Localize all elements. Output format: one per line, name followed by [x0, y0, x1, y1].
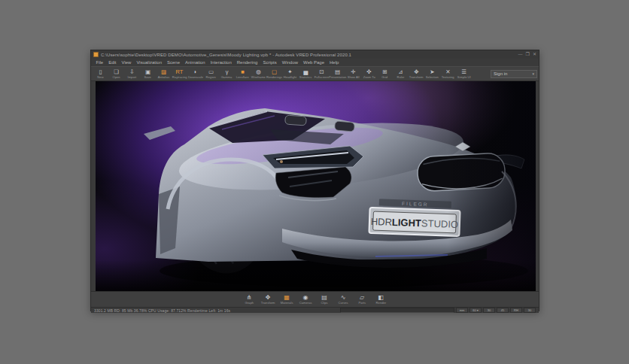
- menu-item[interactable]: File: [93, 60, 106, 65]
- window-title: C:\Users\sophie\Desktop\VRED DEMO\Automo…: [101, 53, 515, 57]
- vred-app-icon: [93, 52, 99, 57]
- license-plate: FILEGR HDRLIGHTSTUDIO: [369, 199, 460, 236]
- roll-hoop-right: [335, 121, 355, 132]
- status-field[interactable]: 45: [497, 308, 509, 313]
- toolbar-button-label: Texturing: [442, 75, 454, 79]
- toolbar-button[interactable]: ◗ Downscale: [187, 67, 203, 80]
- status-field[interactable]: 60 ▾: [469, 308, 482, 313]
- toolbar-button-icon: ✛: [351, 68, 355, 75]
- toolbar-button[interactable]: RT Raytracing: [172, 67, 187, 80]
- toolbar-button-icon: RT: [176, 68, 184, 75]
- module-button[interactable]: ∿ Curves: [335, 294, 352, 305]
- toolbar-button[interactable]: ☰ Simple UI: [456, 67, 472, 80]
- module-button-label: Render: [375, 301, 386, 305]
- toolbar-button[interactable]: ▨ Antialias: [156, 67, 172, 80]
- menu-item[interactable]: Visualization: [134, 60, 165, 65]
- menu-item[interactable]: Interaction: [208, 60, 234, 65]
- menu-item[interactable]: Window: [279, 60, 300, 65]
- toolbar-button[interactable]: ◍ Wireframe: [251, 67, 266, 80]
- toolbar-button-label: Save: [144, 75, 151, 79]
- toolbar-button-label: Show All: [348, 75, 360, 79]
- main-toolbar: ▯ New ❏ Open ⇩ Import ▣ Save: [91, 66, 539, 81]
- maximize-button[interactable]: ❐: [526, 52, 530, 57]
- toolbar-button-label: Presentation: [329, 75, 346, 79]
- toolbar-button-label: Zoom To: [363, 75, 375, 79]
- vred-app-window: C:\Users\sophie\Desktop\VRED DEMO\Automo…: [90, 50, 539, 311]
- status-field[interactable]: mm: [456, 308, 468, 313]
- toolbar-button-icon: ⇩: [129, 68, 134, 75]
- camera-field[interactable]: [340, 308, 454, 313]
- toolbar-button[interactable]: ▣ Save: [140, 67, 156, 80]
- status-field[interactable]: 30: [483, 308, 495, 313]
- toolbar-button[interactable]: ✦ Headlight: [282, 67, 298, 80]
- toolbar-button[interactable]: ⊡ Fullscreen: [314, 67, 330, 80]
- module-button[interactable]: ▤ Clips: [316, 294, 333, 305]
- toolbar-button[interactable]: ▅ Statistics: [298, 67, 314, 80]
- toolbar-button[interactable]: ■ Lensflare: [235, 67, 251, 80]
- toolbar-button[interactable]: ▯ New: [93, 67, 108, 80]
- status-field[interactable]: RH: [510, 308, 522, 313]
- toolbar-button[interactable]: γ Gamma: [219, 67, 235, 80]
- toolbar-button[interactable]: ⇩ Import: [124, 67, 140, 80]
- toolbar-button[interactable]: ✕ Texturing: [440, 67, 456, 80]
- module-button-icon: ▱: [360, 294, 364, 301]
- module-button-icon: ▤: [321, 294, 327, 301]
- toolbar-button-icon: ▨: [161, 68, 166, 75]
- menu-item[interactable]: Edit: [106, 60, 119, 65]
- toolbar-button[interactable]: ➤ Selection: [424, 67, 440, 80]
- plate-top-text: FILEGR: [402, 201, 429, 207]
- menu-item[interactable]: Scripts: [260, 60, 279, 65]
- toolbar-button[interactable]: ▤ Presentation: [330, 67, 345, 80]
- sign-in-dropdown[interactable]: Sign in ▾: [491, 70, 537, 78]
- toolbar-button[interactable]: ▢ Renderings: [266, 67, 282, 80]
- toolbar-button[interactable]: ❏ Open: [108, 67, 124, 80]
- module-button[interactable]: ◧ Render: [372, 294, 390, 305]
- bottom-fade: [96, 260, 536, 291]
- menu-item[interactable]: Scene: [165, 60, 183, 65]
- module-button[interactable]: ▱ Parts: [354, 294, 371, 305]
- module-button-label: Cameras: [299, 301, 312, 305]
- menu-item[interactable]: View: [119, 60, 134, 65]
- module-button[interactable]: ▦ Materials: [278, 294, 296, 305]
- title-bar[interactable]: C:\Users\sophie\Desktop\VRED DEMO\Automo…: [91, 50, 539, 59]
- chevron-down-icon: ▾: [532, 71, 534, 76]
- menu-item[interactable]: Web Page: [301, 60, 327, 65]
- minimize-button[interactable]: —: [518, 52, 523, 57]
- module-button-label: Materials: [281, 301, 293, 305]
- toolbar-button-icon: ❏: [114, 68, 119, 75]
- toolbar-button-label: Headlight: [284, 75, 296, 79]
- status-field[interactable]: 30: [524, 308, 536, 313]
- close-button[interactable]: ✕: [533, 52, 536, 57]
- module-button[interactable]: ◉ Cameras: [297, 294, 314, 305]
- toolbar-button[interactable]: ⊞ Grid: [377, 67, 393, 80]
- module-button-icon: ✥: [266, 294, 271, 301]
- toolbar-button-icon: ▢: [272, 68, 277, 75]
- toolbar-button[interactable]: ✜ Zoom To: [361, 67, 377, 80]
- toolbar-button[interactable]: ✥ Transform: [409, 67, 424, 80]
- module-button[interactable]: ✥ Transform: [260, 294, 277, 305]
- render-viewport[interactable]: FILEGR HDRLIGHTSTUDIO: [96, 81, 536, 291]
- toolbar-button-icon: ✕: [445, 68, 450, 75]
- toolbar-button-icon: ▯: [99, 68, 102, 75]
- window-controls: — ❐ ✕: [518, 52, 536, 57]
- toolbar-button[interactable]: ▭ Region: [203, 67, 219, 80]
- menu-item[interactable]: Help: [327, 60, 342, 65]
- menu-bar: File Edit View Visualization Scene Anima…: [91, 59, 539, 66]
- toolbar-button[interactable]: ✛ Show All: [345, 67, 361, 80]
- module-button[interactable]: ⋔ Graph: [241, 294, 258, 305]
- menu-item[interactable]: Rendering: [234, 60, 260, 65]
- module-button-label: Curves: [338, 301, 348, 305]
- status-bar: 3301.2 MB RD: 85 Mb 36.78% CPU Usage: 87…: [91, 307, 539, 313]
- toolbar-button-icon: ⊿: [398, 68, 403, 75]
- toolbar-button-icon: ⊡: [319, 68, 324, 75]
- toolbar-button-label: Wireframe: [251, 75, 266, 79]
- right-fade: [448, 81, 536, 291]
- toolbar-button-label: Selection: [426, 75, 439, 79]
- toolbar-button-icon: γ: [226, 68, 229, 75]
- toolbar-button-icon: ⊞: [382, 68, 387, 75]
- side-mirror: [144, 126, 175, 140]
- module-button-label: Graph: [245, 301, 254, 305]
- toolbar-button-icon: ▣: [145, 68, 150, 75]
- toolbar-button[interactable]: ⊿ Ruler: [393, 67, 409, 80]
- menu-item[interactable]: Animation: [183, 60, 208, 65]
